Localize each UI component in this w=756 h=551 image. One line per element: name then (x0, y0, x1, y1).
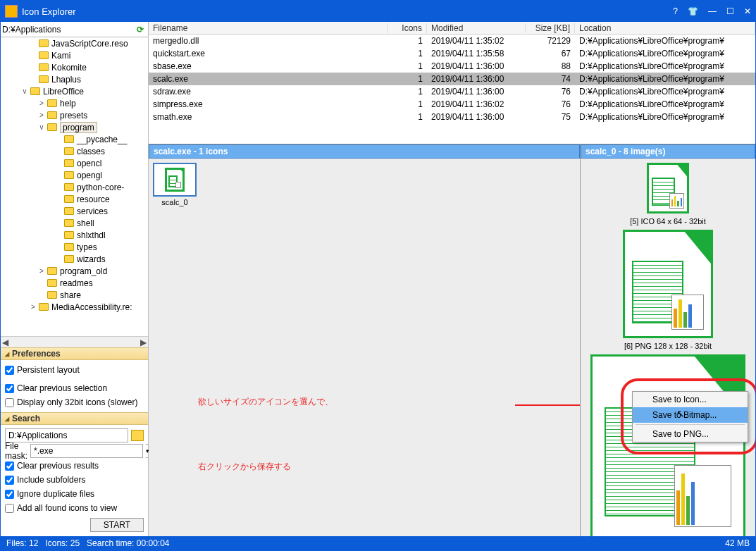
context-menu: Save to Icon... Save to Bitmap... Save t… (632, 391, 748, 442)
icon-thumb[interactable]: scalc_0 (153, 163, 197, 206)
shirt-icon[interactable]: 👕 (688, 6, 698, 16)
annotation-text: 欲しいサイズのアイコンを選んで、 右クリックから保存する (198, 384, 333, 481)
pref-32bit-label: Display only 32bit icons (slower) (17, 397, 137, 407)
tree-item[interactable]: classes (4, 145, 148, 157)
table-row[interactable]: sdraw.exe12019/04/11 1:36:0076D:¥Applica… (149, 85, 755, 98)
status-time: Search time: 00:00:04 (87, 538, 169, 548)
browse-folder-icon[interactable] (131, 430, 144, 441)
tree-item[interactable]: >MediaAccessibility.re: (4, 301, 148, 313)
folder-tree[interactable]: JavaScriptCore.resoKamiKokomiteLhaplusvL… (1, 37, 148, 336)
close-icon[interactable]: ✕ (744, 6, 751, 16)
status-bar: Files: 12 Icons: 25 Search time: 00:00:0… (1, 536, 755, 550)
file-list-header[interactable]: Filename Icons Modified Size [KB] Locati… (149, 22, 755, 35)
search-add-all[interactable]: Add all found icons to view (5, 501, 144, 515)
tree-item[interactable]: Kokomite (4, 61, 148, 73)
pref-only-32bit[interactable]: Display only 32bit icons (slower) (5, 395, 144, 409)
pref-persistent-label: Persistent layout (17, 365, 80, 375)
tree-item[interactable]: >presets (4, 109, 148, 121)
minimize-icon[interactable]: — (708, 6, 717, 16)
status-icons: Icons: 25 (45, 538, 80, 548)
tree-item[interactable]: types (4, 241, 148, 253)
tree-item[interactable]: readmes (4, 277, 148, 289)
refresh-icon[interactable]: ⟳ (134, 25, 147, 35)
tree-item[interactable]: vLibreOffice (4, 85, 148, 97)
tree-item[interactable]: Kami (4, 49, 148, 61)
col-size[interactable]: Size [KB] (526, 23, 575, 33)
search-include-sub[interactable]: Include subfolders (5, 473, 144, 487)
tree-item[interactable]: shell (4, 217, 148, 229)
col-modified[interactable]: Modified (427, 23, 526, 33)
left-panel: ⟳ JavaScriptCore.resoKamiKokomiteLhaplus… (1, 22, 149, 536)
path-input[interactable] (2, 23, 134, 36)
menu-save-png[interactable]: Save to PNG... (633, 426, 748, 442)
col-filename[interactable]: Filename (149, 23, 388, 33)
menu-save-icon[interactable]: Save to Icon... (633, 392, 748, 407)
maximize-icon[interactable]: ☐ (726, 6, 734, 16)
tree-item[interactable]: opencl (4, 157, 148, 169)
search-dup-label: Ignore duplicate files (17, 489, 94, 499)
tree-item[interactable]: vprogram (4, 121, 148, 133)
tree-item[interactable]: >help (4, 97, 148, 109)
col-icons[interactable]: Icons (388, 23, 427, 33)
search-ignore-dup[interactable]: Ignore duplicate files (5, 487, 144, 501)
images-pane: scalc_0 - 8 image(s) [5] ICO 64 x 64 - 3… (581, 144, 755, 536)
pref-persistent[interactable]: Persistent layout (5, 363, 144, 377)
search-clear-results[interactable]: Clear previous results (5, 459, 144, 473)
tree-item[interactable]: wizards (4, 253, 148, 265)
search-clear-label: Clear previous results (17, 461, 99, 471)
menu-separator (636, 424, 745, 425)
images-pane-header: scalc_0 - 8 image(s) (581, 144, 755, 159)
tree-item[interactable]: JavaScriptCore.reso (4, 37, 148, 49)
tree-item[interactable]: >program_old (4, 265, 148, 277)
table-row[interactable]: simpress.exe12019/04/11 1:36:0276D:¥Appl… (149, 98, 755, 111)
icons-pane-header: scalc.exe - 1 icons (149, 144, 580, 159)
file-mask-input[interactable] (30, 444, 143, 458)
table-row[interactable]: quickstart.exe12019/04/11 1:35:5867D:¥Ap… (149, 47, 755, 60)
table-row[interactable]: sbase.exe12019/04/11 1:36:0088D:¥Applica… (149, 60, 755, 73)
search-addall-label: Add all found icons to view (17, 503, 117, 513)
file-mask-label: File mask: (5, 441, 27, 461)
annotation-arrow-icon (515, 398, 580, 412)
table-row[interactable]: smath.exe12019/04/11 1:36:0075D:¥Applica… (149, 111, 755, 123)
tree-item[interactable]: Lhaplus (4, 73, 148, 85)
col-location[interactable]: Location (575, 23, 755, 33)
table-row[interactable]: scalc.exe12019/04/11 1:36:0074D:¥Applica… (149, 73, 755, 85)
tree-scrollbar[interactable]: ◀▶ (1, 336, 148, 347)
search-sub-label: Include subfolders (17, 475, 85, 485)
start-button[interactable]: START (90, 518, 144, 532)
prefs-header[interactable]: Preferences (1, 347, 148, 360)
icon-thumb-label: scalc_0 (153, 198, 197, 206)
image-preview[interactable]: [5] ICO 64 x 64 - 32bit (581, 163, 755, 225)
status-size: 42 MB (725, 538, 750, 548)
image-preview[interactable]: [6] PNG 128 x 128 - 32bit (581, 230, 755, 350)
app-title: Icon Explorer (22, 6, 673, 17)
search-header[interactable]: Search (1, 412, 148, 425)
icons-pane: scalc.exe - 1 icons scalc_0 欲しいサイズのアイコンを… (149, 144, 581, 536)
tree-item[interactable]: shlxthdl (4, 229, 148, 241)
app-icon (5, 5, 18, 18)
titlebar: Icon Explorer ? 👕 — ☐ ✕ (1, 1, 755, 22)
tree-item[interactable]: resource (4, 193, 148, 205)
tree-item[interactable]: share (4, 289, 148, 301)
pref-clear-label: Clear previous selection (17, 383, 107, 393)
search-path-input[interactable] (5, 428, 128, 442)
table-row[interactable]: mergedlo.dll12019/04/11 1:35:0272129D:¥A… (149, 35, 755, 47)
file-list: Filename Icons Modified Size [KB] Locati… (149, 22, 755, 144)
menu-save-bitmap[interactable]: Save to Bitmap... (633, 407, 748, 423)
pref-clear-selection[interactable]: Clear previous selection (5, 381, 144, 395)
path-bar: ⟳ (1, 22, 148, 37)
tree-item[interactable]: __pycache__ (4, 133, 148, 145)
tree-item[interactable]: services (4, 205, 148, 217)
status-files: Files: 12 (6, 538, 38, 548)
help-icon[interactable]: ? (673, 6, 678, 16)
tree-item[interactable]: python-core- (4, 181, 148, 193)
image-preview[interactable]: [7] PNG 256 x 256 - 32bit (581, 354, 755, 536)
tree-item[interactable]: opengl (4, 169, 148, 181)
